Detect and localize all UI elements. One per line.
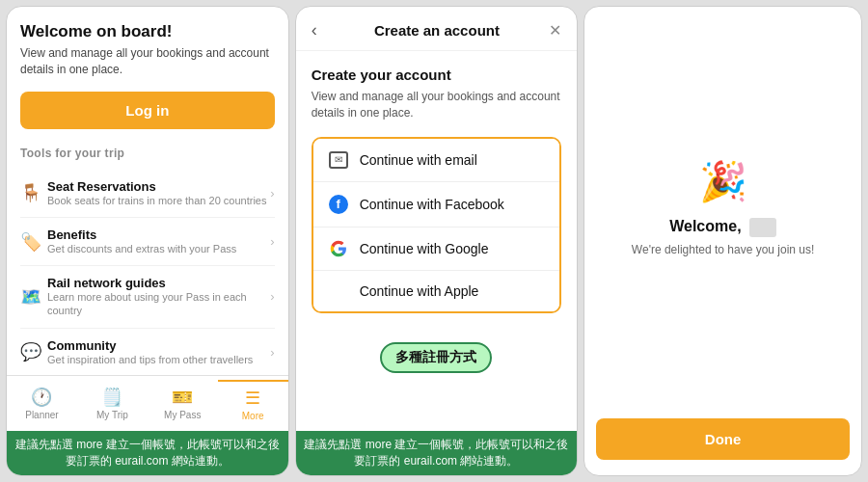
user-avatar-placeholder [749, 218, 776, 237]
benefits-title: Benefits [47, 228, 270, 242]
community-title: Community [47, 338, 270, 353]
modal-title: Create an account [325, 22, 550, 39]
seat-reservations-title: Seat Reservations [47, 179, 270, 194]
benefits-desc: Get discounts and extras with your Pass [47, 242, 270, 255]
right-welcome-title: Welcome, [669, 218, 776, 237]
nav-more-label: More [242, 411, 264, 421]
google-option-label: Continue with Google [360, 241, 489, 256]
welcome-desc: View and manage all your bookings and ac… [20, 45, 275, 78]
chevron-icon: › [270, 186, 274, 201]
email-icon: ✉ [327, 151, 350, 169]
seat-icon: 🪑 [20, 182, 47, 203]
menu-item-rail-guides[interactable]: 🗺️ Rail network guides Learn more about … [20, 266, 275, 329]
community-icon: 💬 [20, 341, 47, 362]
menu-item-community[interactable]: 💬 Community Get inspiration and tips fro… [20, 329, 275, 376]
apple-option-label: Continue with Apple [360, 283, 479, 299]
menu-item-benefits[interactable]: 🏷️ Benefits Get discounts and extras wit… [20, 218, 275, 266]
nav-my-trip-label: My Trip [96, 410, 128, 420]
planner-icon: 🕐 [31, 387, 52, 408]
middle-bottom-banner: 建議先點選 more 建立一個帳號，此帳號可以和之後要訂票的 eurail.co… [296, 431, 578, 475]
welcome-title: Welcome on board! [20, 22, 275, 41]
facebook-option-label: Continue with Facebook [360, 197, 504, 212]
chevron-icon: › [270, 289, 274, 304]
modal-desc: View and manage all your bookings and ac… [312, 89, 562, 121]
welcome-emoji-icon: 🎉 [699, 159, 747, 204]
community-desc: Get inspiration and tips from other trav… [47, 353, 270, 366]
left-panel: Welcome on board! View and manage all yo… [6, 6, 289, 476]
auth-option-apple[interactable]: Continue with Apple [313, 271, 560, 311]
facebook-icon: f [327, 195, 350, 214]
nav-my-pass[interactable]: 🎫 My Pass [148, 381, 218, 426]
seat-reservations-desc: Book seats for trains in more than 20 co… [47, 194, 270, 207]
modal-subtitle: Create your account [312, 67, 562, 83]
rail-guides-desc: Learn more about using your Pass in each… [47, 290, 270, 318]
right-panel: 🎉 Welcome, We're delighted to have you j… [583, 6, 862, 476]
rail-guides-icon: 🗺️ [20, 286, 47, 308]
left-bottom-banner: 建議先點選 more 建立一個帳號，此帳號可以和之後要訂票的 eurail.co… [7, 431, 288, 475]
email-option-label: Continue with email [360, 152, 477, 168]
nav-my-trip[interactable]: 🗒️ My Trip [77, 381, 148, 426]
my-trip-icon: 🗒️ [101, 387, 122, 408]
my-pass-icon: 🎫 [172, 387, 193, 408]
login-button[interactable]: Log in [20, 92, 275, 129]
chevron-icon: › [270, 345, 274, 360]
tools-section-title: Tools for your trip [20, 147, 275, 160]
done-button[interactable]: Done [596, 418, 850, 460]
more-icon: ☰ [245, 388, 260, 409]
rail-guides-title: Rail network guides [47, 276, 270, 290]
auth-option-facebook[interactable]: f Continue with Facebook [313, 182, 560, 228]
chevron-icon: › [270, 234, 274, 249]
menu-item-seat-reservations[interactable]: 🪑 Seat Reservations Book seats for train… [20, 170, 275, 218]
google-icon [327, 240, 350, 257]
register-hint: 多種註冊方式 [380, 342, 492, 373]
nav-more[interactable]: ☰ More [218, 380, 288, 427]
nav-my-pass-label: My Pass [164, 410, 201, 420]
nav-planner-label: Planner [25, 410, 58, 420]
right-content: 🎉 Welcome, We're delighted to have you j… [584, 7, 861, 409]
benefits-icon: 🏷️ [20, 231, 47, 253]
modal-body: Create your account View and manage all … [296, 51, 578, 431]
right-welcome-desc: We're delighted to have you join us! [632, 243, 815, 256]
close-button[interactable]: ✕ [549, 21, 561, 40]
nav-planner[interactable]: 🕐 Planner [7, 381, 77, 426]
auth-option-google[interactable]: Continue with Google [313, 228, 560, 271]
modal-header: ‹ Create an account ✕ [296, 7, 578, 51]
middle-panel: ‹ Create an account ✕ Create your accoun… [295, 6, 579, 476]
auth-option-email[interactable]: ✉ Continue with email [313, 139, 560, 182]
back-button[interactable]: ‹ [312, 20, 317, 40]
bottom-nav: 🕐 Planner 🗒️ My Trip 🎫 My Pass ☰ More [7, 375, 288, 431]
auth-options-container: ✉ Continue with email f Continue with Fa… [312, 137, 562, 313]
